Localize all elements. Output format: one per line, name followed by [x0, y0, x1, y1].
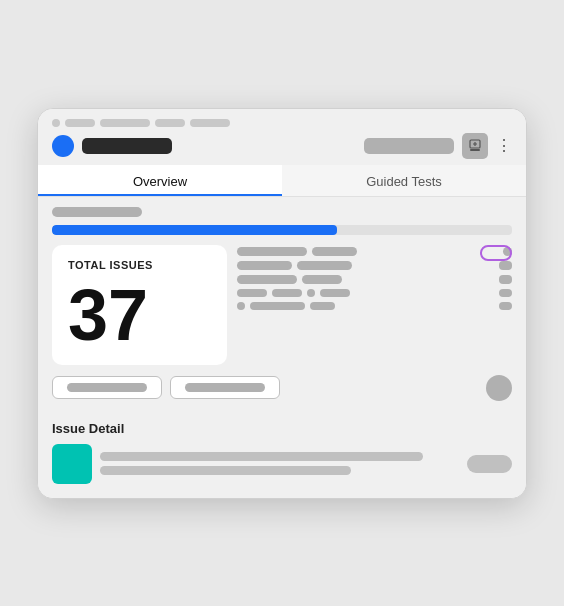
issue-detail-title: Issue Detail: [52, 421, 512, 436]
right-row-3: [237, 275, 512, 284]
app-icon: [52, 135, 74, 157]
dot-r3: [499, 275, 512, 284]
issues-count: 37: [68, 279, 148, 351]
right-row-2: [237, 261, 512, 270]
issues-label: TOTAL ISSUES: [68, 259, 153, 271]
tab-guided-tests-label: Guided Tests: [366, 174, 442, 189]
btn1-label: [67, 383, 147, 392]
filter-label-pill: [52, 207, 142, 217]
add-icon-button[interactable]: [462, 133, 488, 159]
add-icon: [468, 139, 482, 153]
toggle-button[interactable]: [480, 245, 512, 261]
pill-r4b: [272, 289, 302, 297]
btn2-label: [185, 383, 265, 392]
tab-overview[interactable]: Overview: [38, 165, 282, 196]
pill-r3a: [237, 275, 297, 284]
app-title-pill: [82, 138, 172, 154]
issue-line-2: [100, 466, 351, 475]
pill-r4a: [237, 289, 267, 297]
options-circle-button[interactable]: [486, 375, 512, 401]
pill4: [190, 119, 230, 127]
right-panel: [237, 245, 512, 365]
tab-overview-label: Overview: [133, 174, 187, 189]
tabs-bar: Overview Guided Tests: [38, 165, 526, 197]
progress-bar-container: [52, 225, 512, 235]
dot-r5b: [499, 302, 512, 310]
progress-bar-fill: [52, 225, 337, 235]
pill1: [65, 119, 95, 127]
right-row-4: [237, 289, 512, 297]
top-bar: ⋮: [38, 109, 526, 165]
action-button-2[interactable]: [170, 376, 280, 399]
issue-detail-lines: [100, 452, 459, 475]
top-bar-dots: [52, 119, 512, 127]
search-bar-pill[interactable]: [364, 138, 454, 154]
dot-r2: [499, 261, 512, 270]
issues-card: TOTAL ISSUES 37: [52, 245, 227, 365]
more-icon[interactable]: ⋮: [496, 136, 512, 155]
dot-r5a: [237, 302, 245, 310]
main-card-row: TOTAL ISSUES 37: [52, 245, 512, 365]
dot1: [52, 119, 60, 127]
pill-r2a: [237, 261, 292, 270]
issue-thumbnail: [52, 444, 92, 484]
pill-r4c: [320, 289, 350, 297]
right-row-5: [237, 302, 512, 310]
pill-r2b: [297, 261, 352, 270]
filter-row: [52, 207, 512, 217]
content-area: TOTAL ISSUES 37: [38, 197, 526, 421]
issue-badge: [467, 455, 512, 473]
dot-r4a: [307, 289, 315, 297]
pill-r3b: [302, 275, 342, 284]
svg-rect-3: [470, 149, 480, 151]
pill-r5b: [310, 302, 335, 310]
issue-detail-section: Issue Detail: [38, 421, 526, 498]
pill2: [100, 119, 150, 127]
right-row-1: [237, 247, 512, 256]
action-button-1[interactable]: [52, 376, 162, 399]
action-buttons-row: [52, 375, 512, 401]
issue-line-1: [100, 452, 423, 461]
dot-r4b: [499, 289, 512, 297]
pill-r1b: [312, 247, 357, 256]
issue-detail-row: [52, 444, 512, 484]
tab-guided-tests[interactable]: Guided Tests: [282, 165, 526, 196]
pill-r1a: [237, 247, 307, 256]
pill3: [155, 119, 185, 127]
top-bar-row: ⋮: [52, 133, 512, 159]
pill-r5a: [250, 302, 305, 310]
main-window: ⋮ Overview Guided Tests TOTAL ISSUES 37: [37, 108, 527, 499]
